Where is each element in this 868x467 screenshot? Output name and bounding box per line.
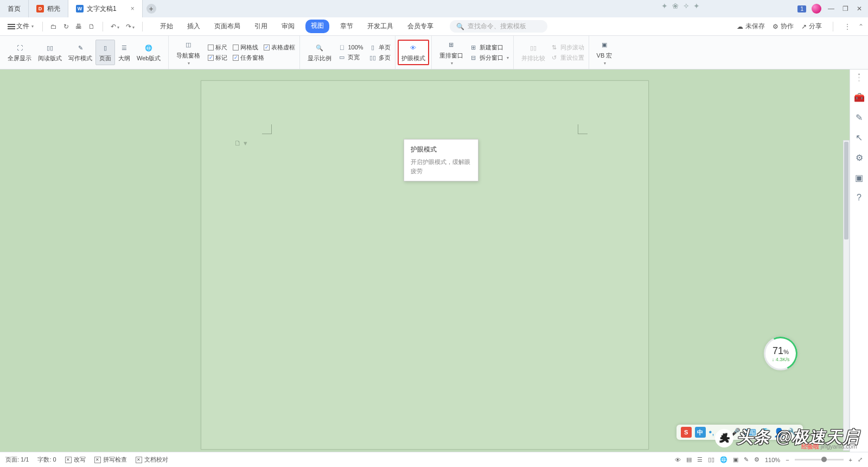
spellcheck-toggle[interactable]: ✕拼写检查: [94, 456, 127, 464]
multi-page-button[interactable]: ▯▯多页: [369, 54, 391, 62]
zoom-ratio-button[interactable]: 🔍显示比例: [304, 40, 335, 65]
document-page[interactable]: 🗋 ▾: [201, 80, 649, 450]
ime-cn-icon[interactable]: 中: [695, 427, 706, 438]
mark-checkbox[interactable]: ✓标记: [208, 54, 227, 62]
cursor-icon[interactable]: ↖: [856, 132, 863, 143]
tab-home[interactable]: 首页: [0, 0, 29, 17]
new-window-button[interactable]: ⊞新建窗口: [470, 43, 509, 52]
view-pen-icon[interactable]: ✎: [744, 456, 749, 463]
preview-icon[interactable]: 🗋: [86, 22, 97, 31]
menu-insert[interactable]: 插入: [184, 20, 203, 33]
meter-rate: ↓ 4.3K/s: [772, 357, 790, 362]
file-label: 文件: [16, 22, 29, 31]
zoom-slider[interactable]: [795, 459, 844, 460]
minimize-button[interactable]: —: [827, 5, 835, 12]
zoom-in-icon[interactable]: +: [849, 457, 852, 463]
tab-document[interactable]: W 文字文稿1 ×: [68, 0, 143, 17]
performance-meter[interactable]: 71% ↓ 4.3K/s: [764, 337, 797, 370]
zoom-icon: 🔍: [316, 42, 323, 53]
tab-label: 稻壳: [47, 4, 60, 14]
write-mode-button[interactable]: ✎写作模式: [65, 40, 95, 65]
page-count[interactable]: 页面: 1/1: [5, 456, 29, 464]
help-icon[interactable]: ?: [857, 193, 861, 203]
view-outline-icon[interactable]: ☰: [697, 456, 703, 463]
tooltip-eye-protect: 护眼模式 开启护眼模式，缓解眼疲劳: [404, 139, 478, 181]
word-count[interactable]: 字数: 0: [37, 456, 56, 464]
web-layout-button[interactable]: 🌐Web版式: [133, 40, 164, 65]
view-focus-icon[interactable]: ▣: [733, 456, 738, 463]
ime-punct-icon[interactable]: •,: [709, 427, 714, 437]
view-web-icon[interactable]: 🌐: [720, 456, 727, 463]
single-page-button[interactable]: ▯单页: [369, 43, 391, 52]
menu-view[interactable]: 视图: [305, 20, 329, 33]
menu-review[interactable]: 审阅: [278, 20, 298, 33]
undo-icon[interactable]: ↶▾: [108, 22, 122, 31]
read-layout-button[interactable]: ▯▯阅读版式: [35, 40, 65, 65]
eye-mode-status-icon[interactable]: 👁: [675, 457, 681, 463]
table-border-checkbox[interactable]: ✓表格虚框: [264, 43, 295, 52]
single-icon: ▯: [369, 43, 376, 51]
scrollbar-thumb[interactable]: [844, 142, 848, 239]
split-window-button[interactable]: ⊟拆分窗口▾: [470, 54, 509, 62]
section-indicator-icon[interactable]: 🗋 ▾: [234, 139, 247, 147]
notification-badge[interactable]: 1: [797, 5, 806, 12]
rewrite-toggle[interactable]: ✕改写: [65, 456, 86, 464]
zoom-config-icon[interactable]: ⚙: [754, 456, 760, 463]
close-tab-icon[interactable]: ×: [131, 5, 135, 12]
toolbox-icon[interactable]: 🧰: [854, 92, 865, 103]
new-tab-button[interactable]: +: [143, 0, 160, 17]
tooltip-desc: 开启护眼模式，缓解眼疲劳: [411, 157, 471, 175]
collapse-ribbon-icon[interactable]: ⌃: [858, 23, 864, 30]
menu-start[interactable]: 开始: [157, 20, 176, 33]
grid-checkbox[interactable]: 网格线: [233, 43, 258, 52]
menu-layout[interactable]: 页面布局: [211, 20, 244, 33]
menu-chapter[interactable]: 章节: [337, 20, 356, 33]
fullscreen-button[interactable]: ⛶全屏显示: [4, 40, 35, 65]
more-icon[interactable]: ⋮: [844, 23, 851, 30]
vb-macro-button[interactable]: ▣VB 宏▾: [593, 37, 616, 68]
ruler-checkbox[interactable]: 标尺: [208, 43, 227, 52]
share-button[interactable]: ↗分享: [801, 22, 822, 31]
sogou-icon[interactable]: S: [681, 427, 692, 438]
page-layout-button[interactable]: ▯页面: [95, 40, 115, 65]
eye-protect-button[interactable]: 👁护眼模式: [398, 40, 429, 65]
restore-button[interactable]: ❐: [841, 5, 850, 12]
close-window-button[interactable]: ✕: [855, 5, 864, 12]
nav-dots-icon[interactable]: ▪▫▫: [858, 73, 860, 83]
menu-reference[interactable]: 引用: [251, 20, 271, 33]
rearrange-window-button[interactable]: ⊞重排窗口▾: [436, 37, 467, 68]
settings-slider-icon[interactable]: ⚙: [856, 153, 863, 163]
print-icon[interactable]: 🖶: [73, 22, 84, 31]
fit-icon[interactable]: ⤢: [858, 456, 863, 463]
menu-member[interactable]: 会员专享: [404, 20, 437, 33]
zoom-out-icon[interactable]: −: [786, 457, 789, 463]
page-width-button[interactable]: ▭页宽: [338, 53, 363, 61]
print-preview-icon[interactable]: ↻: [61, 22, 71, 31]
outline-button[interactable]: ☰大纲: [115, 40, 133, 65]
tab-daoke[interactable]: D 稻壳: [29, 0, 68, 17]
title-controls: 1 — ❐ ✕: [793, 0, 868, 17]
doccheck-toggle[interactable]: ✕文档校对: [136, 456, 168, 464]
pencil-icon[interactable]: ✎: [856, 112, 863, 123]
clipboard-icon[interactable]: ▣: [855, 173, 863, 183]
redo-icon[interactable]: ↷▾: [124, 22, 137, 31]
menu-devtools[interactable]: 开发工具: [364, 20, 397, 33]
task-pane-checkbox[interactable]: ✓任务窗格: [233, 54, 264, 62]
collab-button[interactable]: ⚙协作: [773, 22, 794, 31]
nav-icon: ◫: [186, 40, 191, 51]
view-page-icon[interactable]: ▤: [686, 456, 692, 463]
search-input[interactable]: 🔍 查找命令、搜索模板: [450, 20, 547, 33]
rearrange-icon: ⊞: [449, 40, 454, 51]
view-read-icon[interactable]: ▯▯: [708, 456, 714, 463]
right-sidebar: ▪▫▫ 🧰 ✎ ↖ ⚙ ▣ ?: [850, 70, 868, 452]
avatar[interactable]: [812, 4, 821, 14]
file-menu[interactable]: 文件 ▾: [4, 20, 37, 33]
vertical-scrollbar[interactable]: [843, 140, 850, 451]
unsaved-status[interactable]: ☁未保存: [737, 22, 765, 31]
hamburger-icon: [8, 24, 15, 29]
zoom-100-button[interactable]: ⎕100%: [338, 43, 363, 51]
nav-pane-button[interactable]: ◫导航窗格▾: [173, 37, 203, 68]
save-icon[interactable]: 🗀: [48, 22, 59, 31]
share-icon: ↗: [801, 23, 807, 30]
zoom-value[interactable]: 110%: [765, 457, 780, 463]
